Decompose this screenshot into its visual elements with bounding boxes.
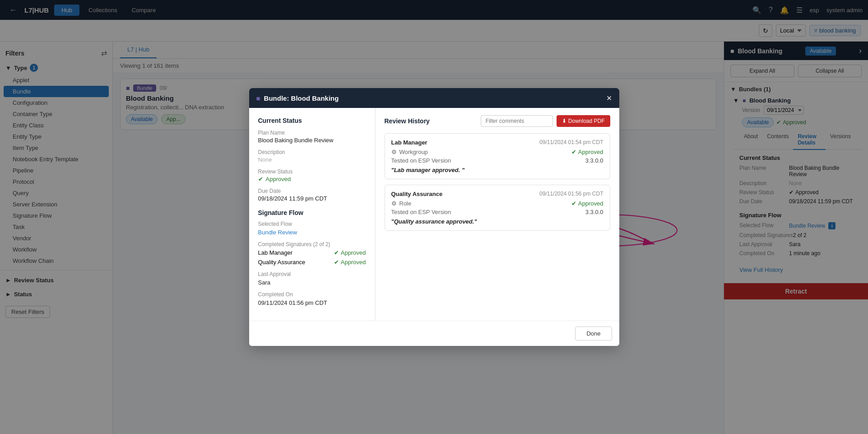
modal: ■ Bundle: Blood Banking × Current Status… bbox=[249, 88, 619, 346]
modal-last-approval-value: Sara bbox=[258, 279, 366, 286]
rh-entry-0-workgroup-status: ✔ Approved bbox=[571, 149, 603, 155]
modal-sig1-status: ✔ Approved bbox=[334, 249, 366, 256]
modal-last-approval-label: Last Approval bbox=[258, 271, 366, 277]
role-icon: ⚙ bbox=[391, 200, 397, 207]
rh-entry-0-role: Lab Manager bbox=[391, 139, 427, 146]
modal-current-status-title: Current Status bbox=[258, 117, 366, 124]
modal-sig-row-lab-manager: Lab Manager ✔ Approved bbox=[258, 249, 366, 256]
bundle-icon-modal: ■ bbox=[256, 94, 260, 102]
modal-description-value: None bbox=[258, 156, 366, 163]
modal-due-date-label: Due Date bbox=[258, 188, 366, 194]
rh-entry-1-date: 09/11/2024 01:56 pm CDT bbox=[539, 191, 603, 197]
rh-entry-0-tested-value: 3.3.0.0 bbox=[585, 157, 603, 164]
modal-plan-name-field: Plan Name Blood Baking Bundle Review bbox=[258, 130, 366, 144]
rh-entry-1-tested-row: Tested on ESP Version 3.3.0.0 bbox=[391, 209, 603, 215]
modal-review-status-value: ✔ Approved bbox=[258, 176, 366, 182]
modal-review-status-label: Review Status bbox=[258, 168, 366, 175]
modal-sig2-name: Quality Assurance bbox=[258, 259, 306, 266]
rh-entry-1-tested-value: 3.3.0.0 bbox=[585, 209, 603, 215]
rh-download-pdf-button[interactable]: ⬇ Download PDF bbox=[557, 115, 610, 127]
rh-entry-1-tested-label: Tested on ESP Version bbox=[391, 209, 451, 215]
modal-sig2-status: ✔ Approved bbox=[334, 259, 366, 266]
rh-filter-input[interactable] bbox=[481, 115, 553, 127]
modal-selected-flow-label: Selected Flow bbox=[258, 221, 366, 227]
rh-entry-0-workgroup-row: ⚙ Workgroup ✔ Approved bbox=[391, 149, 603, 155]
modal-selected-flow-link[interactable]: Bundle Review bbox=[258, 229, 297, 236]
rh-entry-1-role-label: ⚙ Role bbox=[391, 200, 412, 207]
modal-close-button[interactable]: × bbox=[607, 93, 612, 103]
modal-header-title: ■ Bundle: Blood Banking bbox=[256, 94, 339, 102]
modal-signature-flow-section: Signature Flow Selected Flow Bundle Revi… bbox=[258, 209, 366, 306]
rh-entry-1-header: Quality Assurance 09/11/2024 01:56 pm CD… bbox=[391, 191, 603, 197]
rh-entry-0-date: 09/11/2024 01:54 pm CDT bbox=[539, 139, 603, 146]
rh-controls: ⬇ Download PDF bbox=[481, 115, 610, 127]
modal-due-date-value: 09/18/2024 11:59 pm CDT bbox=[258, 195, 366, 202]
rh-title: Review History bbox=[385, 117, 430, 125]
rh-entry-1-role-row: ⚙ Role ✔ Approved bbox=[391, 200, 603, 207]
rh-entry-0-tested-row: Tested on ESP Version 3.3.0.0 bbox=[391, 157, 603, 164]
modal-completed-sigs-field: Completed Signatures (2 of 2) Lab Manage… bbox=[258, 241, 366, 266]
modal-completed-on-value: 09/11/2024 01:56 pm CDT bbox=[258, 299, 366, 306]
rh-entry-1: Quality Assurance 09/11/2024 01:56 pm CD… bbox=[385, 185, 610, 231]
download-icon: ⬇ bbox=[562, 118, 566, 124]
modal-selected-flow-field: Selected Flow Bundle Review bbox=[258, 221, 366, 236]
modal-description-label: Description bbox=[258, 149, 366, 155]
rh-entry-0-workgroup-label: ⚙ Workgroup bbox=[391, 149, 428, 155]
modal-sig-row-quality-assurance: Quality Assurance ✔ Approved bbox=[258, 259, 366, 266]
check-icon-modal: ✔ bbox=[258, 176, 263, 182]
modal-plan-name-label: Plan Name bbox=[258, 130, 366, 136]
check-icon-role: ✔ bbox=[571, 200, 576, 207]
modal-header: ■ Bundle: Blood Banking × bbox=[249, 88, 619, 108]
modal-footer: Done bbox=[249, 321, 619, 346]
modal-completed-sigs-label: Completed Signatures (2 of 2) bbox=[258, 241, 366, 247]
rh-entry-1-role: Quality Assurance bbox=[391, 191, 443, 197]
modal-plan-name-value: Blood Baking Bundle Review bbox=[258, 137, 366, 144]
rh-entry-1-comment: "Quality assurance approved." bbox=[391, 218, 603, 225]
modal-due-date-field: Due Date 09/18/2024 11:59 pm CDT bbox=[258, 188, 366, 202]
modal-review-status-field: Review Status ✔ Approved bbox=[258, 168, 366, 182]
modal-body: Current Status Plan Name Blood Baking Bu… bbox=[249, 108, 619, 321]
modal-overlay[interactable]: ■ Bundle: Blood Banking × Current Status… bbox=[0, 0, 868, 434]
modal-completed-on-field: Completed On 09/11/2024 01:56 pm CDT bbox=[258, 291, 366, 306]
done-button[interactable]: Done bbox=[575, 327, 612, 341]
modal-completed-on-label: Completed On bbox=[258, 291, 366, 298]
check-icon-wg: ✔ bbox=[571, 149, 576, 155]
modal-sig1-name: Lab Manager bbox=[258, 249, 293, 256]
modal-last-approval-field: Last Approval Sara bbox=[258, 271, 366, 286]
rh-entry-0-comment: "Lab manager approved. " bbox=[391, 167, 603, 173]
modal-left: Current Status Plan Name Blood Baking Bu… bbox=[249, 108, 376, 321]
rh-entry-1-role-status: ✔ Approved bbox=[571, 200, 603, 207]
rh-entry-0: Lab Manager 09/11/2024 01:54 pm CDT ⚙ Wo… bbox=[385, 133, 610, 179]
rh-entry-0-header: Lab Manager 09/11/2024 01:54 pm CDT bbox=[391, 139, 603, 146]
modal-description-field: Description None bbox=[258, 149, 366, 163]
rh-entry-0-tested-label: Tested on ESP Version bbox=[391, 157, 451, 164]
modal-right: Review History ⬇ Download PDF Lab Manage… bbox=[376, 108, 619, 321]
rh-header: Review History ⬇ Download PDF bbox=[385, 115, 610, 127]
modal-sig-title: Signature Flow bbox=[258, 209, 366, 216]
check-icon-sig2: ✔ bbox=[334, 259, 339, 266]
workgroup-icon: ⚙ bbox=[391, 149, 397, 155]
check-icon-sig1: ✔ bbox=[334, 249, 339, 256]
modal-title: Bundle: Blood Banking bbox=[264, 94, 339, 102]
